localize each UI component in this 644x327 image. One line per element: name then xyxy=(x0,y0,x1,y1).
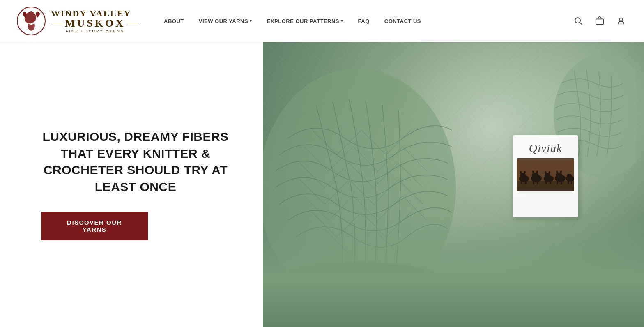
hero-image: Qiviuk xyxy=(263,42,644,327)
svg-rect-22 xyxy=(550,181,551,184)
cart-icon xyxy=(595,16,604,25)
hero-left-panel: LUXURIOUS, DREAMY FIBERS THAT EVERY KNIT… xyxy=(0,42,263,327)
nav-item-about[interactable]: ABOUT xyxy=(164,18,184,24)
logo-text: WINDY VALLEY MUSKOX FINE LUXURY YARNS xyxy=(51,9,139,33)
nav-item-patterns[interactable]: EXPLORE OUR PATTERNS ▾ xyxy=(267,18,343,24)
logo-brand-line2: MUSKOX xyxy=(65,18,125,29)
svg-line-2 xyxy=(580,23,582,25)
svg-point-28 xyxy=(567,174,572,178)
nav-item-contact[interactable]: CONTACT US xyxy=(384,18,421,24)
logo-link[interactable]: WINDY VALLEY MUSKOX FINE LUXURY YARNS xyxy=(16,6,139,36)
search-icon xyxy=(574,16,583,25)
svg-rect-13 xyxy=(521,181,522,184)
account-button[interactable] xyxy=(614,14,628,28)
user-icon xyxy=(616,16,626,25)
yarn-label-card: Qiviuk xyxy=(513,135,578,217)
svg-rect-18 xyxy=(537,181,538,184)
hero-section: LUXURIOUS, DREAMY FIBERS THAT EVERY KNIT… xyxy=(0,42,644,327)
site-header: WINDY VALLEY MUSKOX FINE LUXURY YARNS AB… xyxy=(0,0,644,42)
svg-rect-21 xyxy=(545,181,547,184)
hero-headline: LUXURIOUS, DREAMY FIBERS THAT EVERY KNIT… xyxy=(41,129,230,195)
search-button[interactable] xyxy=(572,14,585,28)
yarn-label-image xyxy=(517,158,574,191)
svg-rect-29 xyxy=(568,181,569,184)
logo-brand-line1: WINDY VALLEY xyxy=(51,9,139,18)
svg-rect-17 xyxy=(533,181,534,184)
cart-button[interactable] xyxy=(593,14,606,28)
header-icons xyxy=(572,14,628,28)
discover-yarns-button[interactable]: DISCOVER OUR YARNS xyxy=(41,212,148,240)
nav-item-faq[interactable]: FAQ xyxy=(358,18,370,24)
svg-rect-3 xyxy=(596,19,603,24)
svg-rect-26 xyxy=(561,181,562,184)
svg-rect-14 xyxy=(525,181,527,184)
nav-item-yarns[interactable]: VIEW OUR YARNS ▾ xyxy=(199,18,252,24)
main-nav: ABOUT VIEW OUR YARNS ▾ EXPLORE OUR PATTE… xyxy=(164,18,572,24)
yarns-dropdown-chevron: ▾ xyxy=(250,19,252,23)
muskox-illustration xyxy=(517,160,574,189)
svg-point-4 xyxy=(619,18,622,21)
yarn-label-title: Qiviuk xyxy=(529,142,562,155)
fabric-overlay xyxy=(263,216,644,327)
patterns-dropdown-chevron: ▾ xyxy=(341,19,343,23)
logo-tagline: FINE LUXURY YARNS xyxy=(66,30,124,33)
svg-rect-25 xyxy=(557,181,558,184)
svg-rect-30 xyxy=(571,181,572,184)
logo-icon xyxy=(16,6,46,36)
